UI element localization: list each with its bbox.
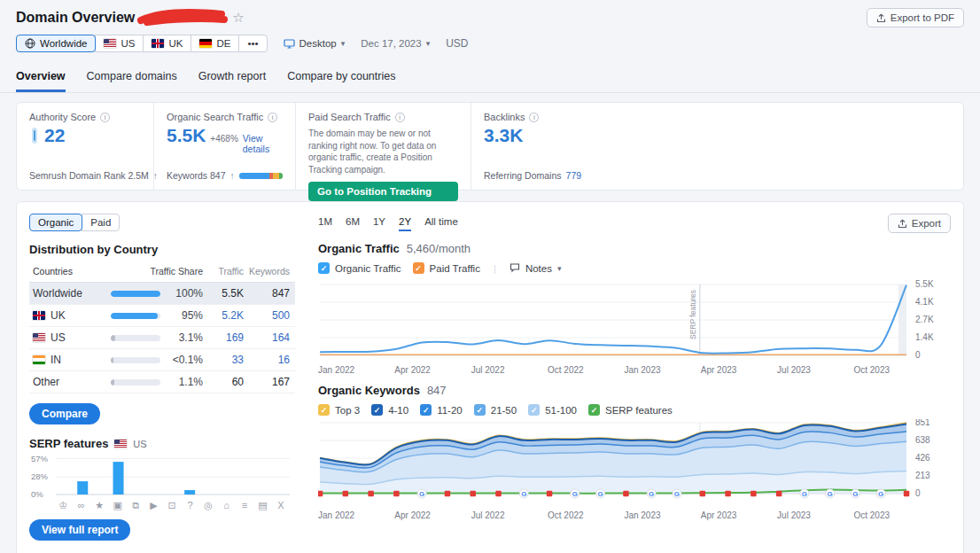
more-regions-button[interactable]: •••: [238, 35, 267, 52]
local-pack-icon[interactable]: ◎: [199, 500, 217, 511]
bar-track: [111, 313, 160, 319]
table-row-uk[interactable]: UK95%5.2K500: [29, 305, 295, 327]
backlinks-label: Backlinks: [484, 112, 525, 122]
authority-score-value: 22: [44, 125, 65, 146]
tab-compare-by-countries[interactable]: Compare by countries: [287, 65, 395, 92]
tab-compare-domains[interactable]: Compare domains: [87, 65, 177, 92]
range-all-time[interactable]: All time: [424, 216, 458, 231]
tab-growth-report[interactable]: Growth report: [198, 65, 266, 92]
table-row-in[interactable]: IN<0.1%3316: [29, 349, 295, 371]
tab-bar: OverviewCompare domainsGrowth reportComp…: [0, 65, 980, 93]
svg-text:Jul 2023: Jul 2023: [777, 510, 811, 520]
redaction-scribble: [136, 9, 229, 27]
range-6m[interactable]: 6M: [346, 216, 360, 231]
view-details-link[interactable]: View details: [243, 133, 283, 154]
range-1m[interactable]: 1M: [318, 216, 332, 231]
region-de[interactable]: DE: [191, 35, 239, 52]
kw-legend-top-3[interactable]: ✓Top 3: [318, 404, 360, 416]
serp-region-label: US: [133, 439, 146, 449]
region-worldwide[interactable]: Worldwide: [16, 35, 96, 52]
bar-fill: [111, 291, 160, 297]
toggle-organic[interactable]: Organic: [29, 214, 82, 231]
traffic-value[interactable]: 169: [203, 331, 244, 344]
table-row-us[interactable]: US3.1%169164: [29, 327, 295, 349]
country-cell: UK: [33, 309, 111, 322]
faq-icon[interactable]: ?: [181, 500, 198, 511]
svg-text:G: G: [802, 490, 807, 498]
svg-text:G: G: [852, 490, 858, 498]
legend-label: 51-100: [545, 405, 577, 416]
top-stories-icon[interactable]: ≡: [236, 500, 253, 511]
table-row-other[interactable]: Other1.1%60167: [29, 371, 295, 393]
legend-label: 4-10: [388, 405, 408, 416]
keywords-count-label: Keywords 847: [167, 170, 226, 181]
region-us[interactable]: US: [95, 35, 144, 52]
country-cell: US: [33, 331, 111, 344]
header: Domain Overview ☆ Export to PDF: [16, 0, 964, 27]
backlinks-card: Backlinksi 3.3K Referring Domains779: [471, 103, 963, 190]
info-icon[interactable]: i: [268, 113, 277, 122]
images-icon[interactable]: ⧉: [127, 500, 144, 511]
twitter-icon[interactable]: X: [272, 500, 290, 511]
toggle-paid[interactable]: Paid: [82, 214, 120, 231]
us-flag-icon: [114, 440, 127, 448]
position-tracking-button[interactable]: Go to Position Tracking: [308, 182, 458, 201]
favorite-star-icon[interactable]: ☆: [232, 10, 244, 26]
region-label: UK: [168, 38, 183, 49]
chevron-down-icon: ▾: [426, 39, 431, 48]
kw-legend-11-20[interactable]: ✓11-20: [420, 404, 463, 416]
featured-snippet-icon[interactable]: ♔: [54, 500, 72, 511]
view-full-report-button[interactable]: View full report: [29, 519, 130, 541]
date-dropdown[interactable]: Dec 17, 2023 ▾: [361, 38, 430, 49]
info-icon[interactable]: i: [100, 113, 110, 122]
featured-video-icon[interactable]: ⊡: [163, 500, 181, 511]
uk-flag-icon: [33, 311, 45, 320]
country-table: CountriesTraffic ShareTrafficKeywordsWor…: [29, 261, 295, 393]
legend-label: 11-20: [437, 405, 463, 416]
image-pack-icon[interactable]: ▣: [108, 500, 126, 511]
tab-overview[interactable]: Overview: [16, 65, 66, 92]
notes-dropdown[interactable]: Notes▾: [509, 263, 562, 274]
region-uk[interactable]: UK: [143, 35, 191, 52]
kw-legend-4-10[interactable]: ✓4-10: [371, 404, 408, 416]
video-icon[interactable]: ▶: [144, 500, 162, 511]
export-button[interactable]: Export: [888, 214, 951, 233]
paid-traffic-checkbox[interactable]: ✓Paid Traffic: [413, 262, 480, 274]
paid-traffic-card: Paid Search Traffici The domain may be n…: [295, 103, 471, 190]
svg-text:G: G: [674, 490, 680, 498]
info-icon[interactable]: i: [395, 113, 405, 122]
traffic-value[interactable]: 5.2K: [203, 309, 244, 322]
traffic-value: 5.5K: [203, 287, 244, 300]
table-row-worldwide[interactable]: Worldwide100%5.5K847: [29, 283, 295, 305]
referring-domains-value[interactable]: 779: [566, 170, 582, 181]
backlinks-value: 3.3K: [484, 125, 523, 146]
serp-features-title: SERP features: [29, 437, 108, 450]
organic-traffic-checkbox[interactable]: ✓Organic Traffic: [318, 262, 401, 274]
monitor-icon: [284, 39, 295, 49]
svg-text:Oct 2022: Oct 2022: [548, 365, 584, 375]
kw-legend-21-50[interactable]: ✓21-50: [474, 404, 517, 416]
traffic-value[interactable]: 33: [203, 354, 244, 366]
serp-features-chart: 57%28%0%: [29, 450, 295, 500]
keywords-value[interactable]: 164: [244, 331, 290, 344]
range-2y[interactable]: 2Y: [399, 216, 411, 231]
range-1y[interactable]: 1Y: [373, 216, 385, 231]
svg-text:Apr 2022: Apr 2022: [394, 365, 431, 375]
svg-text:0%: 0%: [31, 489, 43, 499]
kw-legend-serp-features[interactable]: ✓SERP features: [588, 404, 673, 416]
compare-button[interactable]: Compare: [29, 403, 100, 424]
export-pdf-button[interactable]: Export to PDF: [867, 8, 964, 27]
keywords-value[interactable]: 16: [244, 354, 290, 366]
legend-label: Top 3: [335, 405, 360, 416]
organic-traffic-chart-value: 5,460/month: [407, 242, 471, 255]
kw-legend-51-100[interactable]: ✓51-100: [528, 404, 577, 416]
knowledge-panel-icon[interactable]: ⌂: [217, 500, 235, 511]
keywords-value[interactable]: 500: [244, 309, 290, 322]
distribution-title: Distribution by Country: [29, 243, 295, 256]
traffic-share-bar: [111, 357, 160, 363]
device-dropdown[interactable]: Desktop ▾: [284, 38, 346, 49]
jobs-icon[interactable]: ▤: [253, 500, 271, 511]
sitelinks-icon[interactable]: ∞: [72, 500, 89, 511]
info-icon[interactable]: i: [529, 113, 539, 122]
reviews-icon[interactable]: ★: [90, 500, 108, 511]
